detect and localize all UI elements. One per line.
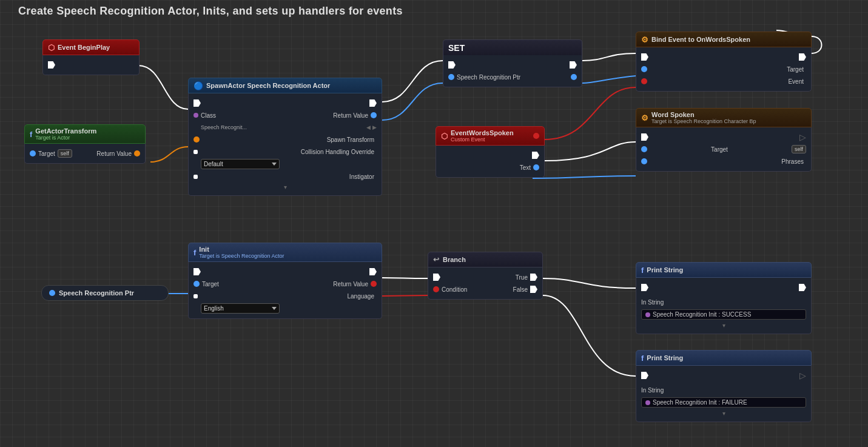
node-init[interactable]: f Init Target is Speech Recognition Acto…: [188, 243, 382, 319]
bind-exec-out[interactable]: [799, 53, 806, 61]
set-title: SET: [448, 43, 465, 53]
print-success-exec-in[interactable]: [641, 284, 648, 291]
event-words-text-pin[interactable]: [533, 164, 539, 170]
branch-false-out[interactable]: [530, 286, 537, 293]
bind-target-label: Target: [787, 66, 804, 73]
get-actor-target-pin[interactable]: [30, 150, 36, 156]
branch-condition-pin[interactable]: [433, 286, 439, 292]
print-success-title: Print String: [647, 266, 683, 274]
print-failure-string-value: Speech Recognition Init : FAILURE: [653, 399, 747, 406]
spawn-return-label: Return Value: [333, 112, 368, 119]
spawn-collapse[interactable]: ▾: [189, 183, 382, 192]
print-success-string-value: Speech Recognition Init : SUCCESS: [653, 311, 751, 318]
spawn-class-label: Class: [201, 112, 216, 119]
word-spoken-target-pin[interactable]: [641, 146, 647, 152]
spawn-transform-label: Spawn Transform: [327, 136, 374, 143]
bind-exec-in[interactable]: [641, 53, 648, 61]
init-return-pin[interactable]: [371, 281, 377, 287]
word-spoken-phrases-label: Phrases: [781, 158, 804, 165]
node-set[interactable]: SET Speech Recognition Ptr: [443, 39, 582, 87]
set-exec-out[interactable]: [570, 61, 577, 69]
branch-title: Branch: [443, 256, 466, 263]
spawn-instigator-label: Instigator: [349, 173, 374, 180]
print-success-in-label: In String: [641, 299, 664, 306]
spawn-exec-in[interactable]: [193, 99, 201, 107]
print-success-exec-out[interactable]: [799, 284, 806, 291]
node-event-begin-play[interactable]: ⬡ Event BeginPlay: [42, 39, 140, 75]
node-bind-event[interactable]: ⚙ Bind Event to OnWordsSpoken Target Eve…: [636, 32, 812, 92]
node-word-spoken[interactable]: ⚙ Word Spoken Target is Speech Recogniti…: [636, 108, 812, 172]
print-failure-exec-in[interactable]: [641, 372, 648, 379]
event-words-exec-out[interactable]: [532, 152, 539, 159]
get-actor-title: GetActorTransform: [35, 127, 96, 135]
node-print-string-success[interactable]: f Print String In String Speech Recognit…: [636, 262, 812, 334]
word-spoken-target-label: Target: [711, 146, 728, 153]
print-success-collapse[interactable]: ▾: [636, 321, 811, 330]
spawn-collision-chevron: [272, 163, 277, 166]
word-spoken-exec-in[interactable]: [641, 133, 648, 141]
print-failure-in-label: In String: [641, 387, 664, 394]
spawn-exec-out[interactable]: [369, 99, 377, 107]
init-exec-out[interactable]: [369, 268, 377, 275]
node-speech-recognition-ptr[interactable]: Speech Recognition Ptr: [41, 285, 169, 301]
spawn-collision-label: Collision Handling Override: [301, 149, 374, 155]
print-failure-string-pin[interactable]: [645, 400, 650, 405]
init-exec-in[interactable]: [193, 268, 201, 275]
node-print-string-failure[interactable]: f Print String ▷ In String Speech Recogn…: [636, 350, 812, 422]
spawn-transform-pin[interactable]: [193, 136, 200, 143]
blueprint-canvas: Create Speech Recognition Actor, Inits, …: [0, 0, 868, 447]
init-language-chevron: [272, 307, 277, 310]
begin-play-exec-out[interactable]: [48, 61, 55, 69]
node-get-actor-transform[interactable]: f GetActorTransform Target is Actor Targ…: [24, 124, 146, 164]
event-words-subtitle: Custom Event: [451, 136, 514, 143]
spawn-collision-pin[interactable]: [193, 150, 198, 154]
branch-condition-label: Condition: [442, 286, 467, 293]
event-words-red-dot: [533, 133, 539, 139]
canvas-title: Create Speech Recognition Actor, Inits, …: [18, 5, 850, 18]
get-actor-self-badge: self: [58, 149, 72, 158]
init-title: Init: [199, 246, 284, 253]
print-failure-collapse[interactable]: ▾: [636, 409, 811, 418]
event-words-text-label: Text: [520, 164, 531, 171]
branch-true-label: True: [516, 274, 528, 281]
init-language-label: Language: [348, 293, 375, 300]
bind-event-pin[interactable]: [641, 78, 647, 84]
get-actor-target-label: Target: [38, 150, 55, 157]
ptr-title: Speech Recognition Ptr: [59, 289, 134, 297]
word-spoken-self: self: [792, 145, 806, 153]
branch-false-label: False: [513, 286, 528, 293]
node-branch[interactable]: ↩ Branch True Condition False: [428, 252, 543, 300]
init-return-label: Return Value: [333, 281, 368, 287]
event-words-title: EventWordsSpoken: [451, 129, 514, 136]
print-success-string-pin[interactable]: [645, 312, 650, 317]
node-event-words-spoken[interactable]: ⬡ EventWordsSpoken Custom Event Text: [436, 126, 545, 178]
ptr-out-pin[interactable]: [49, 290, 55, 296]
word-spoken-phrases-pin[interactable]: [641, 158, 647, 164]
get-actor-return-pin[interactable]: [134, 150, 140, 156]
spawn-class-value: Speech Recognit...: [201, 124, 247, 130]
init-language-dropdown[interactable]: English: [201, 303, 280, 314]
spawn-instigator-pin[interactable]: [193, 175, 198, 179]
set-exec-in[interactable]: [448, 61, 456, 69]
spawn-title: SpawnActor Speech Recognition Actor: [206, 82, 330, 89]
init-subtitle: Target is Speech Recognition Actor: [199, 253, 284, 259]
bind-target-pin[interactable]: [641, 66, 647, 72]
spawn-class-pin[interactable]: [193, 113, 198, 118]
word-spoken-title: Word Spoken: [651, 111, 756, 118]
word-spoken-exec-right: ▷: [799, 132, 806, 142]
word-spoken-subtitle: Target is Speech Recognition Character B…: [651, 118, 756, 124]
branch-true-out[interactable]: [530, 274, 537, 281]
node-spawn-actor[interactable]: 🔵 SpawnActor Speech Recognition Actor Cl…: [188, 78, 382, 196]
set-pin-label: Speech Recognition Ptr: [457, 74, 520, 81]
begin-play-title: Event BeginPlay: [58, 44, 110, 51]
init-target-pin[interactable]: [193, 281, 200, 287]
get-actor-subtitle: Target is Actor: [35, 135, 96, 141]
branch-exec-in[interactable]: [433, 274, 440, 281]
init-target-label: Target: [202, 281, 219, 287]
set-value-pin[interactable]: [448, 74, 454, 80]
print-failure-exec-right: ▷: [799, 371, 806, 380]
spawn-collision-dropdown[interactable]: Default: [201, 159, 280, 169]
spawn-return-pin[interactable]: [371, 112, 377, 118]
init-language-pin[interactable]: [193, 294, 198, 298]
set-out-pin[interactable]: [571, 74, 577, 80]
